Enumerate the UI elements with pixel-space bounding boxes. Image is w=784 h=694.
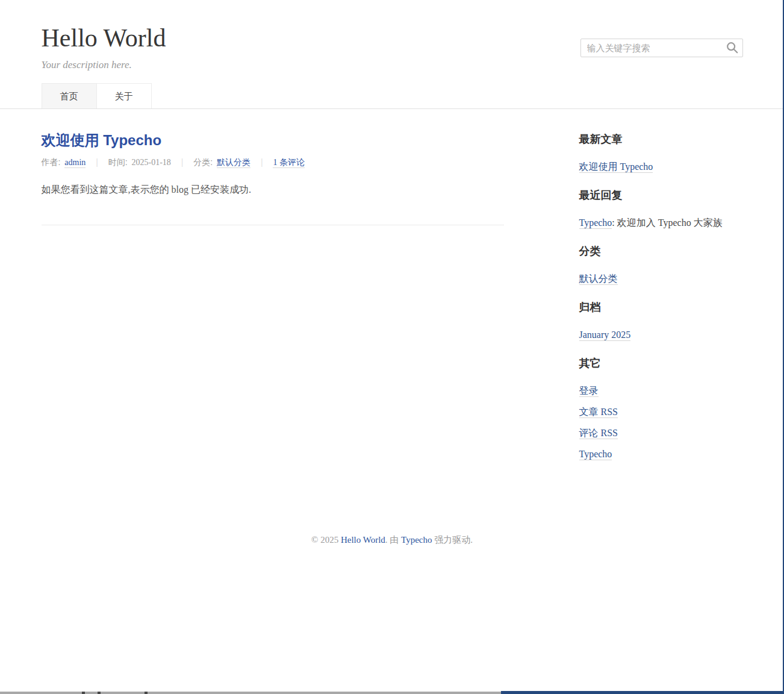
author-label: 作者: xyxy=(42,157,61,167)
list-item: 评论 RSS xyxy=(579,428,743,438)
copyright-text: © 2025 xyxy=(311,535,341,545)
typecho-link[interactable]: Typecho xyxy=(579,449,612,460)
blog-page: Hello World Your description here. xyxy=(0,0,784,694)
taskbar-sliver xyxy=(0,692,501,694)
widget-title: 分类 xyxy=(579,246,743,257)
widget-title: 归档 xyxy=(579,302,743,313)
taskbar-highlight-sliver xyxy=(501,691,784,694)
category-label: 分类: xyxy=(193,157,213,167)
list-item: 文章 RSS xyxy=(579,407,743,417)
list-item: 欢迎使用 Typecho xyxy=(579,161,743,172)
meta-separator: | xyxy=(261,157,263,167)
category-link[interactable]: 默认分类 xyxy=(217,158,250,168)
widget-archives: 归档 January 2025 xyxy=(579,302,743,340)
footer-text: . 由 xyxy=(385,535,401,545)
main-nav: 首页 关于 xyxy=(42,83,743,108)
comment-rss-link[interactable]: 评论 RSS xyxy=(579,428,618,439)
search-button[interactable] xyxy=(725,41,739,55)
sidebar: 最新文章 欢迎使用 Typecho 最近回复 Typecho: 欢迎加入 Typ… xyxy=(579,133,743,477)
widget-recent-posts: 最新文章 欢迎使用 Typecho xyxy=(579,134,743,172)
site-title[interactable]: Hello World xyxy=(42,24,166,52)
taskbar-tick xyxy=(145,692,148,694)
search-input[interactable] xyxy=(580,39,743,57)
author-link[interactable]: admin xyxy=(64,158,86,168)
widget-recent-replies: 最近回复 Typecho: 欢迎加入 Typecho 大家族 xyxy=(579,190,743,228)
site-header: Hello World Your description here. xyxy=(0,0,784,109)
search-icon xyxy=(726,47,739,56)
nav-item-about[interactable]: 关于 xyxy=(96,83,152,108)
search-box xyxy=(580,39,743,57)
taskbar-tick xyxy=(98,692,101,694)
time-label: 时间: xyxy=(108,157,128,167)
list-item: Typecho xyxy=(579,449,743,459)
site-description: Your description here. xyxy=(42,59,166,71)
main-area: 欢迎使用 Typecho 作者: admin | 时间: 2025-01-18 … xyxy=(42,109,743,525)
list-item: 登录 xyxy=(579,386,743,396)
widget-title: 最近回复 xyxy=(579,190,743,201)
meta-separator: | xyxy=(96,157,98,167)
login-link[interactable]: 登录 xyxy=(579,386,599,397)
footer-typecho-link[interactable]: Typecho xyxy=(401,535,432,545)
reply-excerpt: : 欢迎加入 Typecho 大家族 xyxy=(612,217,722,228)
post: 欢迎使用 Typecho 作者: admin | 时间: 2025-01-18 … xyxy=(42,133,504,197)
list-item: 默认分类 xyxy=(579,274,743,284)
meta-separator: | xyxy=(181,157,184,167)
reply-author-link[interactable]: Typecho xyxy=(579,217,612,229)
post-meta: 作者: admin | 时间: 2025-01-18 | 分类: 默认分类 | … xyxy=(42,157,504,168)
footer-site-link[interactable]: Hello World xyxy=(341,535,385,545)
post-rss-link[interactable]: 文章 RSS xyxy=(579,407,618,418)
post-date: 2025-01-18 xyxy=(131,158,170,167)
window-bottom-edge xyxy=(0,691,784,694)
post-divider xyxy=(42,225,504,225)
list-item: Typecho: 欢迎加入 Typecho 大家族 xyxy=(579,217,743,228)
recent-post-link[interactable]: 欢迎使用 Typecho xyxy=(579,161,653,173)
archive-link[interactable]: January 2025 xyxy=(579,330,631,341)
widget-categories: 分类 默认分类 xyxy=(579,246,743,284)
post-title-link[interactable]: 欢迎使用 Typecho xyxy=(42,132,162,148)
taskbar-tick xyxy=(82,692,85,694)
post-body: 如果您看到这篇文章,表示您的 blog 已经安装成功. xyxy=(42,183,504,197)
comments-link[interactable]: 1 条评论 xyxy=(273,158,305,168)
site-branding: Hello World Your description here. xyxy=(42,24,166,71)
site-footer: © 2025 Hello World. 由 Typecho 强力驱动. xyxy=(0,534,784,546)
powered-by-text: 强力驱动. xyxy=(432,535,473,545)
list-item: January 2025 xyxy=(579,330,743,340)
category-link[interactable]: 默认分类 xyxy=(579,274,618,285)
post-title: 欢迎使用 Typecho xyxy=(42,133,504,148)
widget-misc: 其它 登录 文章 RSS 评论 RSS Typecho xyxy=(579,358,743,459)
widget-title: 最新文章 xyxy=(579,134,743,145)
nav-item-home[interactable]: 首页 xyxy=(42,83,97,108)
post-list: 欢迎使用 Typecho 作者: admin | 时间: 2025-01-18 … xyxy=(42,133,504,225)
widget-title: 其它 xyxy=(579,358,743,369)
